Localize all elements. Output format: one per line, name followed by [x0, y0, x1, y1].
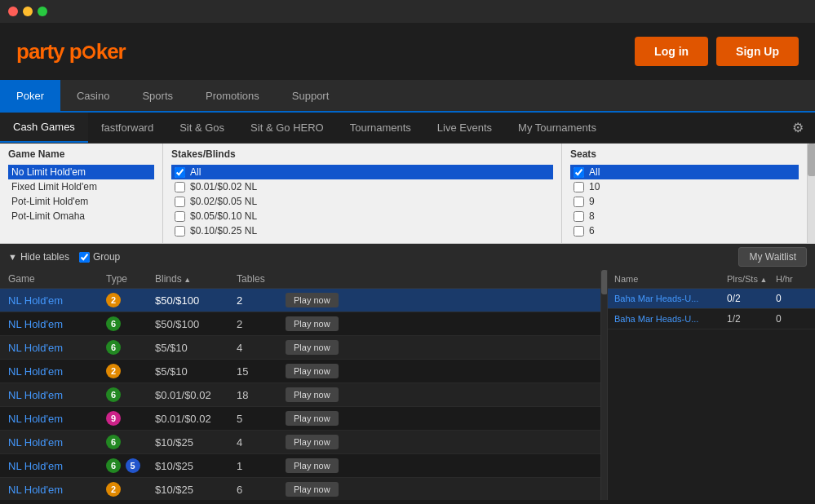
row-game: NL Hold'em	[8, 365, 106, 378]
table-row[interactable]: NL Hold'em 2 $5/$10 15 Play now	[0, 360, 600, 383]
row-action[interactable]: Play now	[286, 482, 592, 497]
play-button[interactable]: Play now	[286, 364, 339, 378]
filter-seats-all[interactable]: All	[570, 165, 799, 179]
row-action[interactable]: Play now	[286, 293, 592, 307]
filter-stakes-005[interactable]: $0.05/$0.10 NL	[171, 209, 553, 223]
play-button[interactable]: Play now	[286, 411, 339, 426]
filter-seats-8[interactable]: 8	[570, 209, 799, 223]
header-buttons: Log in Sign Up	[635, 37, 799, 66]
stakes-all-checkbox[interactable]	[175, 167, 185, 178]
table-row[interactable]: NL Hold'em 9 $0.01/$0.02 5 Play now	[0, 407, 600, 431]
waitlist-button[interactable]: My Waitlist	[738, 247, 807, 267]
nav-tab-promotions[interactable]: Promotions	[189, 80, 276, 111]
sub-tab-my-tournaments[interactable]: My Tournaments	[505, 113, 609, 143]
row-action[interactable]: Play now	[286, 316, 592, 331]
row-blinds: $5/$10	[155, 365, 237, 378]
rp-col-plrs: Plrs/Sts	[727, 274, 776, 284]
close-btn[interactable]	[8, 7, 18, 16]
row-blinds: $50/$100	[155, 294, 237, 307]
nav-tab-poker[interactable]: Poker	[0, 80, 60, 111]
row-action[interactable]: Play now	[286, 387, 592, 402]
table-row[interactable]: NL Hold'em 6 5 $10/$25 1 Play now	[0, 454, 600, 478]
col-blinds[interactable]: Blinds	[155, 273, 237, 285]
filter-game-fixedlimit[interactable]: Fixed Limit Hold'em	[8, 179, 154, 194]
settings-icon[interactable]: ⚙	[781, 120, 815, 135]
main-area: Game Type Blinds Tables NL Hold'em 2 $50…	[0, 270, 815, 500]
filter-game-nolimit[interactable]: No Limit Hold'em	[8, 165, 154, 179]
main-scrollbar[interactable]	[600, 270, 607, 500]
filter-stakes-header: Stakes/Blinds	[171, 148, 553, 160]
sub-tab-fastforward[interactable]: fastforward	[88, 113, 166, 143]
rp-name: Baha Mar Heads-U...	[614, 294, 727, 303]
stakes-001-checkbox[interactable]	[175, 182, 185, 192]
right-panel-row[interactable]: Baha Mar Heads-U... 0/2 0	[608, 289, 815, 309]
filter-seats-10[interactable]: 10	[570, 179, 799, 194]
game-table[interactable]: Game Type Blinds Tables NL Hold'em 2 $50…	[0, 270, 600, 500]
table-row[interactable]: NL Hold'em 2 $10/$25 6 Play now	[0, 478, 600, 500]
table-row[interactable]: NL Hold'em 6 $50/$100 2 Play now	[0, 312, 600, 336]
seats-8-checkbox[interactable]	[574, 211, 584, 222]
table-row[interactable]: NL Hold'em 6 $10/$25 4 Play now	[0, 431, 600, 454]
play-button[interactable]: Play now	[286, 458, 339, 473]
sub-tab-cash-games[interactable]: Cash Games	[0, 113, 88, 143]
filter-scrollbar[interactable]	[807, 144, 815, 243]
table-row[interactable]: NL Hold'em 6 $0.01/$0.02 18 Play now	[0, 383, 600, 407]
logo: party pker	[16, 39, 126, 64]
play-button[interactable]: Play now	[286, 316, 339, 331]
stakes-002-checkbox[interactable]	[175, 197, 185, 207]
sub-tab-live-events[interactable]: Live Events	[424, 113, 505, 143]
filter-game-omaha[interactable]: Pot-Limit Omaha	[8, 209, 154, 223]
hide-tables-label: Hide tables	[20, 251, 69, 263]
row-type: 6	[106, 435, 155, 449]
game-label-potlimit: Pot-Limit Hold'em	[11, 196, 88, 207]
minimize-btn[interactable]	[23, 7, 33, 16]
filter-game-potlimit[interactable]: Pot-Limit Hold'em	[8, 194, 154, 209]
login-button[interactable]: Log in	[635, 37, 708, 66]
nav-tab-sports[interactable]: Sports	[126, 80, 189, 111]
group-control[interactable]: Group	[79, 251, 120, 263]
sub-tab-sit-gos[interactable]: Sit & Gos	[166, 113, 237, 143]
nav-tab-casino[interactable]: Casino	[60, 80, 126, 111]
filter-stakes-all[interactable]: All	[171, 165, 553, 179]
maximize-btn[interactable]	[38, 7, 47, 16]
filter-stakes-001[interactable]: $0.01/$0.02 NL	[171, 179, 553, 194]
stakes-010-checkbox[interactable]	[175, 226, 185, 237]
row-action[interactable]: Play now	[286, 340, 592, 355]
play-button[interactable]: Play now	[286, 435, 339, 449]
group-checkbox[interactable]	[79, 252, 90, 263]
rp-hhr: 0	[776, 293, 808, 304]
play-button[interactable]: Play now	[286, 293, 339, 307]
sub-tab-tournaments[interactable]: Tournaments	[337, 113, 424, 143]
row-tables: 2	[237, 294, 286, 307]
hide-tables-control[interactable]: ▼ Hide tables	[8, 251, 69, 263]
filter-stakes-002[interactable]: $0.02/$0.05 NL	[171, 194, 553, 209]
seats-9-checkbox[interactable]	[574, 197, 584, 207]
nav-tab-support[interactable]: Support	[276, 80, 346, 111]
table-row[interactable]: NL Hold'em 2 $50/$100 2 Play now	[0, 289, 600, 312]
right-panel-row[interactable]: Baha Mar Heads-U... 1/2 0	[608, 309, 815, 329]
stakes-002-label: $0.02/$0.05 NL	[190, 196, 257, 207]
row-action[interactable]: Play now	[286, 458, 592, 473]
row-game: NL Hold'em	[8, 436, 106, 449]
play-button[interactable]: Play now	[286, 387, 339, 402]
row-action[interactable]: Play now	[286, 364, 592, 378]
signup-button[interactable]: Sign Up	[716, 37, 799, 66]
stakes-005-checkbox[interactable]	[175, 211, 185, 222]
seats-6-checkbox[interactable]	[574, 226, 584, 237]
row-game: NL Hold'em	[8, 342, 106, 354]
seats-all-checkbox[interactable]	[574, 167, 584, 178]
row-blinds: $10/$25	[155, 460, 237, 472]
row-action[interactable]: Play now	[286, 435, 592, 449]
seats-10-checkbox[interactable]	[574, 182, 584, 192]
play-button[interactable]: Play now	[286, 482, 339, 497]
filter-section: Game Name No Limit Hold'em Fixed Limit H…	[0, 144, 815, 244]
sub-tab-sit-go-hero[interactable]: Sit & Go HERO	[237, 113, 337, 143]
filter-seats-6[interactable]: 6	[570, 223, 799, 238]
table-row[interactable]: NL Hold'em 6 $5/$10 4 Play now	[0, 336, 600, 360]
play-button[interactable]: Play now	[286, 340, 339, 355]
filter-seats-9[interactable]: 9	[570, 194, 799, 209]
row-action[interactable]: Play now	[286, 411, 592, 426]
row-tables: 2	[237, 318, 286, 330]
filter-stakes-010[interactable]: $0.10/$0.25 NL	[171, 223, 553, 238]
col-game: Game	[8, 273, 106, 285]
